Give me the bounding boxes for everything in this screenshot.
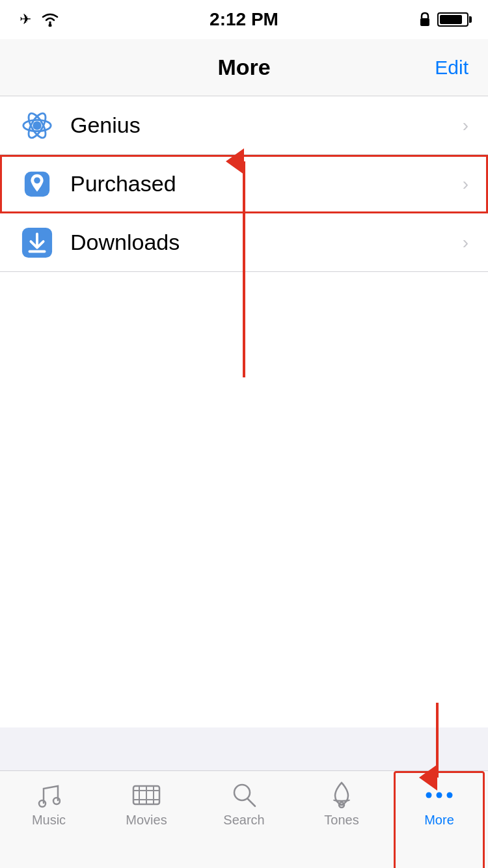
status-bar-right [419,12,468,27]
more-icon [422,781,456,809]
search-tab-label: Search [223,813,264,828]
tones-icon [325,781,359,809]
genius-chevron: › [463,115,468,136]
lock-icon [419,12,431,27]
status-bar: ✈ 2:12 PM [0,0,488,39]
svg-point-27 [447,793,453,798]
page-title: More [217,55,270,80]
genius-label: Genius [70,113,463,138]
wifi-icon [40,12,60,27]
downloads-chevron: › [463,232,468,253]
purchased-label: Purchased [70,171,463,197]
tab-item-more[interactable]: More [390,781,488,828]
list-item-purchased[interactable]: Purchased › [0,155,488,213]
movies-icon [129,781,163,809]
svg-line-22 [248,799,255,806]
empty-content [0,272,488,727]
tab-item-tones[interactable]: Tones [293,781,390,828]
svg-point-0 [49,24,52,27]
svg-point-14 [53,798,60,804]
tab-item-search[interactable]: Search [195,781,293,828]
content-list: Genius › Purchased › [0,96,488,272]
edit-button[interactable]: Edit [435,57,468,79]
svg-point-26 [437,793,442,798]
tones-tab-label: Tones [324,813,359,828]
svg-rect-1 [420,18,429,26]
movies-tab-label: Movies [126,813,167,828]
tab-bar: Music Movies Search [0,770,488,868]
battery-fill [440,15,462,24]
svg-point-21 [234,785,250,800]
genius-icon [20,108,55,143]
music-icon [32,781,66,809]
svg-point-7 [34,177,40,183]
downloads-label: Downloads [70,230,463,255]
list-item-genius[interactable]: Genius › [0,96,488,155]
purchased-icon [20,167,55,202]
list-item-downloads[interactable]: Downloads › [0,213,488,272]
svg-point-13 [39,800,46,807]
battery-indicator [437,12,468,27]
nav-bar: More Edit [0,39,488,96]
music-tab-label: Music [32,813,66,828]
svg-point-25 [426,793,432,798]
status-bar-time: 2:12 PM [210,9,278,30]
tab-item-movies[interactable]: Movies [98,781,195,828]
purchased-chevron: › [463,174,468,195]
more-tab-label: More [424,813,454,828]
airplane-icon: ✈ [20,11,31,28]
search-icon [227,781,261,809]
downloads-icon [20,225,55,260]
tab-item-music[interactable]: Music [0,781,98,828]
svg-point-2 [33,121,41,129]
status-bar-left: ✈ [20,11,60,28]
